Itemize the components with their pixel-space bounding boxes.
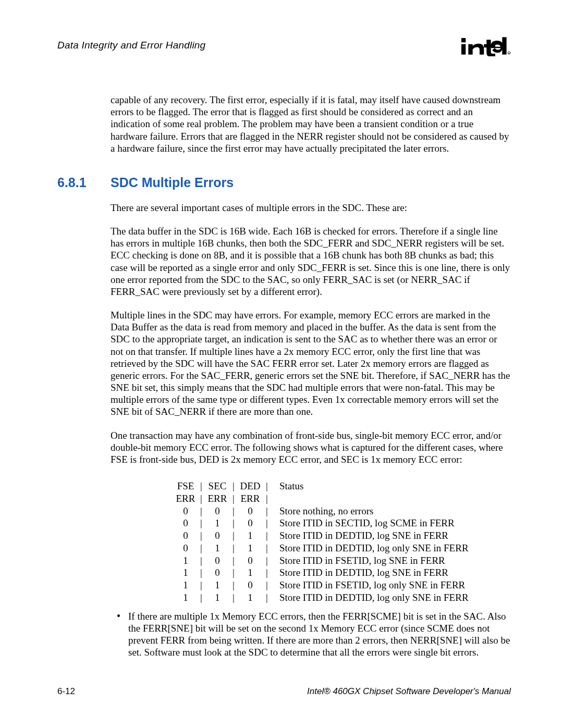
table-row: 1|1|1|Store ITID in DEDTID, log only SNE… bbox=[173, 591, 511, 604]
table-row: 1|1|0|Store ITID in FSETID, log only SNE… bbox=[173, 579, 511, 591]
table-row: 0|0|0|Store nothing, no errors bbox=[173, 505, 511, 517]
section-number: 6.8.1 bbox=[57, 175, 111, 190]
col-fse-header: FSE bbox=[173, 480, 198, 492]
paragraph-3: Multiple lines in the SDC may have error… bbox=[111, 309, 511, 418]
bullet-item: • If there are multiple 1x Memory ECC er… bbox=[117, 610, 511, 659]
bullet-text: If there are multiple 1x Memory ECC erro… bbox=[128, 610, 511, 659]
paragraph-2: The data buffer in the SDC is 16B wide. … bbox=[111, 225, 511, 298]
error-table: FSE|SEC|DED|Status ERR|ERR|ERR| 0|0|0|St… bbox=[173, 480, 511, 604]
paragraph-1: There are several important cases of mul… bbox=[111, 202, 511, 214]
bullet-icon: • bbox=[117, 610, 128, 659]
section-title: SDC Multiple Errors bbox=[111, 175, 234, 190]
svg-rect-1 bbox=[461, 44, 466, 55]
footer-manual-title: Intel® 460GX Chipset Software Developer'… bbox=[307, 686, 511, 697]
col-ded-header: DED bbox=[237, 480, 264, 492]
table-row: 0|1|0|Store ITID in SECTID, log SCME in … bbox=[173, 517, 511, 529]
page-footer: 6-12 Intel® 460GX Chipset Software Devel… bbox=[57, 686, 511, 697]
col-sec-header2: ERR bbox=[204, 492, 230, 505]
table-row: 0|0|1|Store ITID in DEDTID, log SNE in F… bbox=[173, 529, 511, 542]
table-header-row-1: FSE|SEC|DED|Status bbox=[173, 480, 511, 492]
table-row: 0|1|1|Store ITID in DEDTID, log only SNE… bbox=[173, 542, 511, 554]
section-heading: 6.8.1 SDC Multiple Errors bbox=[57, 175, 511, 190]
paragraph-4: One transaction may have any combination… bbox=[111, 429, 511, 466]
svg-rect-0 bbox=[461, 38, 466, 42]
table-row: 1|0|1|Store ITID in DEDTID, log SNE in F… bbox=[173, 566, 511, 579]
page-header: Data Integrity and Error Handling R bbox=[57, 40, 511, 60]
table-row: 1|0|0|Store ITID in FSETID, log SNE in F… bbox=[173, 554, 511, 567]
table-header-row-2: ERR|ERR|ERR| bbox=[173, 492, 511, 505]
intel-logo: R bbox=[459, 35, 511, 56]
intro-paragraph: capable of any recovery. The first error… bbox=[111, 94, 511, 154]
svg-rect-2 bbox=[502, 37, 506, 54]
col-status-header: Status bbox=[270, 480, 303, 492]
footer-page-number: 6-12 bbox=[57, 686, 75, 697]
intel-logo-icon: R bbox=[459, 35, 511, 56]
col-fse-header2: ERR bbox=[173, 492, 198, 505]
page: Data Integrity and Error Handling R capa… bbox=[0, 0, 563, 728]
col-sec-header: SEC bbox=[204, 480, 230, 492]
svg-text:R: R bbox=[508, 52, 510, 55]
col-ded-header2: ERR bbox=[237, 492, 264, 505]
header-title: Data Integrity and Error Handling bbox=[57, 40, 205, 51]
